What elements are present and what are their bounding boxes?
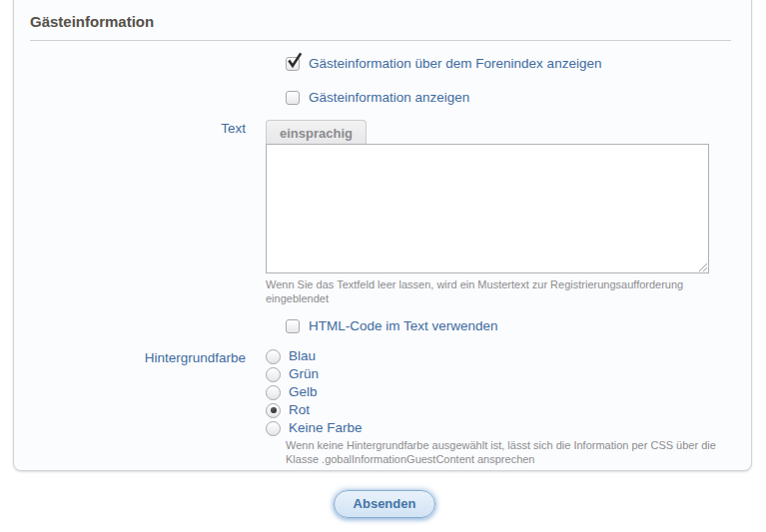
forenindex-checkbox-row: Gästeinformation über dem Forenindex anz… xyxy=(286,56,735,72)
anzeigen-checkbox-row: Gästeinformation anzeigen xyxy=(286,90,735,106)
background-color-row: Hintergrundfarbe Blau Grün Gelb Rot Kein… xyxy=(30,348,735,466)
radio-row-rot: Rot xyxy=(266,402,735,418)
html-code-checkbox-label[interactable]: HTML-Code im Text verwenden xyxy=(309,318,498,334)
html-code-checkbox[interactable] xyxy=(286,319,300,333)
radio-blau[interactable] xyxy=(266,349,281,364)
radio-row-keine-farbe: Keine Farbe xyxy=(266,420,735,436)
radio-blau-label[interactable]: Blau xyxy=(289,348,316,364)
guest-information-textarea[interactable] xyxy=(266,144,709,273)
radio-gruen-label[interactable]: Grün xyxy=(289,366,319,382)
radio-gelb-label[interactable]: Gelb xyxy=(289,384,318,400)
page-title: Gästeinformation xyxy=(30,13,731,41)
submit-button[interactable]: Absenden xyxy=(334,490,436,518)
radio-keine-farbe-label[interactable]: Keine Farbe xyxy=(289,420,363,436)
radio-row-gelb: Gelb xyxy=(266,384,735,400)
background-color-label: Hintergrundfarbe xyxy=(30,348,266,365)
radio-rot-label[interactable]: Rot xyxy=(289,402,310,418)
background-color-help: Wenn keine Hintergrundfarbe ausgewählt i… xyxy=(286,438,725,466)
radio-keine-farbe[interactable] xyxy=(266,421,281,436)
anzeigen-checkbox-label[interactable]: Gästeinformation anzeigen xyxy=(309,90,469,106)
background-color-options: Blau Grün Gelb Rot Keine Farbe Wenn kein… xyxy=(266,348,735,466)
radio-rot[interactable] xyxy=(266,403,281,418)
radio-gelb[interactable] xyxy=(266,385,281,400)
radio-gruen[interactable] xyxy=(266,367,281,382)
anzeigen-checkbox[interactable] xyxy=(286,91,300,105)
radio-row-gruen: Grün xyxy=(266,366,735,382)
text-field-help: Wenn Sie das Textfeld leer lassen, wird … xyxy=(266,277,735,305)
radio-row-blau: Blau xyxy=(266,348,735,364)
form-submit-area: Absenden xyxy=(0,490,766,518)
text-field-label: Text xyxy=(30,119,266,136)
language-tab-einsprachig[interactable]: einsprachig xyxy=(266,120,367,145)
text-field-row: Text einsprachig Wenn Sie das Textfeld l… xyxy=(30,119,735,305)
html-code-checkbox-row: HTML-Code im Text verwenden xyxy=(286,318,735,334)
checkmark-icon xyxy=(287,53,303,70)
forenindex-checkbox[interactable] xyxy=(286,57,300,71)
guest-information-panel: Gästeinformation Gästeinformation über d… xyxy=(13,0,752,471)
forenindex-checkbox-label[interactable]: Gästeinformation über dem Forenindex anz… xyxy=(309,56,601,72)
